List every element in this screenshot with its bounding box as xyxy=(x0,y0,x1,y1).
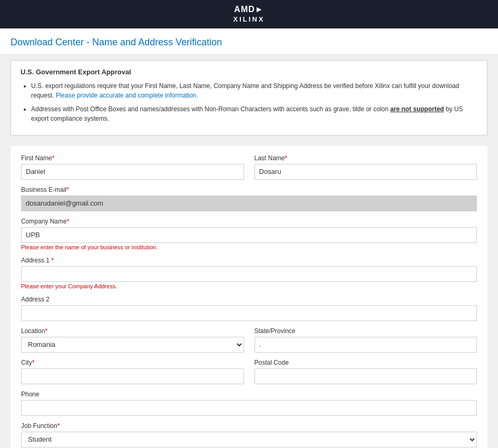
address1-required: * xyxy=(50,257,54,264)
email-label: Business E-mail* xyxy=(21,186,477,193)
address2-label: Address 2 xyxy=(21,296,477,303)
company-hint: Please enter the name of your business o… xyxy=(21,244,477,250)
address2-group: Address 2 xyxy=(21,296,477,321)
address1-group: Address 1 * Please enter your Company Ad… xyxy=(21,257,477,289)
state-input[interactable] xyxy=(255,337,477,353)
company-group: Company Name* Please enter the name of y… xyxy=(21,218,477,250)
job-required: * xyxy=(57,422,60,430)
address2-input[interactable] xyxy=(21,305,477,321)
location-label: Location* xyxy=(21,327,244,335)
address2-row: Address 2 xyxy=(21,296,477,321)
name-row: First Name* Last Name* xyxy=(21,154,477,180)
address1-label: Address 1 * xyxy=(21,257,477,264)
export-bullet-1-link[interactable]: Please provide accurate and complete inf… xyxy=(56,92,198,99)
first-name-group: First Name* xyxy=(21,154,244,180)
export-box-heading: U.S. Government Export Approval xyxy=(21,68,477,76)
company-required: * xyxy=(67,218,70,225)
address-form: First Name* Last Name* Business E-mail* xyxy=(11,146,487,448)
job-select[interactable]: Student Engineer Manager Director Resear… xyxy=(21,432,477,447)
email-input[interactable] xyxy=(21,196,477,211)
first-name-required: * xyxy=(52,154,55,162)
export-approval-box: U.S. Government Export Approval U.S. exp… xyxy=(11,60,487,135)
company-row: Company Name* Please enter the name of y… xyxy=(21,218,477,250)
export-bullet-2-prefix: Addresses with Post Office Boxes and nam… xyxy=(31,105,390,113)
state-group: State/Province xyxy=(255,327,477,353)
city-label: City* xyxy=(21,359,244,366)
export-bullet-2-underline: are not supported xyxy=(390,105,444,113)
company-input[interactable] xyxy=(21,227,477,243)
job-group: Job Function* Student Engineer Manager D… xyxy=(21,422,477,447)
email-row: Business E-mail* xyxy=(21,186,477,211)
address1-hint: Please enter your Company Address. xyxy=(21,283,477,289)
postal-group: Postal Code xyxy=(255,359,477,384)
last-name-required: * xyxy=(285,154,288,162)
email-required: * xyxy=(66,186,69,193)
amd-text: AMD► xyxy=(0,4,498,15)
last-name-label: Last Name* xyxy=(255,154,477,162)
job-label: Job Function* xyxy=(21,422,477,430)
xilinx-text: XILINX xyxy=(0,15,498,24)
amd-xilinx-logo: AMD► XILINX xyxy=(0,4,498,24)
postal-label: Postal Code xyxy=(255,359,477,366)
city-group: City* xyxy=(21,359,244,384)
location-group: Location* Romania United States United K… xyxy=(21,327,244,353)
state-label: State/Province xyxy=(255,327,477,335)
export-bullet-1: U.S. export regulations require that you… xyxy=(31,81,477,100)
address1-row: Address 1 * Please enter your Company Ad… xyxy=(21,257,477,289)
postal-input[interactable] xyxy=(255,368,477,384)
first-name-input[interactable] xyxy=(21,164,244,180)
export-box-list: U.S. export regulations require that you… xyxy=(21,81,477,123)
city-input[interactable] xyxy=(21,368,244,384)
phone-group: Phone xyxy=(21,391,477,416)
address1-input[interactable] xyxy=(21,266,477,282)
page-title: Download Center - Name and Address Verif… xyxy=(0,28,498,54)
export-bullet-2: Addresses with Post Office Boxes and nam… xyxy=(31,104,477,123)
main-content: U.S. Government Export Approval U.S. exp… xyxy=(0,55,498,448)
first-name-label: First Name* xyxy=(21,154,244,162)
location-row: Location* Romania United States United K… xyxy=(21,327,477,353)
city-postal-row: City* Postal Code xyxy=(21,359,477,384)
phone-label: Phone xyxy=(21,391,477,398)
page-header: AMD► XILINX xyxy=(0,0,498,28)
last-name-group: Last Name* xyxy=(255,154,477,180)
last-name-input[interactable] xyxy=(255,164,477,180)
phone-row: Phone xyxy=(21,391,477,416)
city-required: * xyxy=(32,359,35,366)
location-required: * xyxy=(45,327,47,335)
email-group: Business E-mail* xyxy=(21,186,477,211)
company-label: Company Name* xyxy=(21,218,477,225)
location-select[interactable]: Romania United States United Kingdom Ger… xyxy=(21,337,244,353)
phone-input[interactable] xyxy=(21,400,477,416)
job-row: Job Function* Student Engineer Manager D… xyxy=(21,422,477,447)
